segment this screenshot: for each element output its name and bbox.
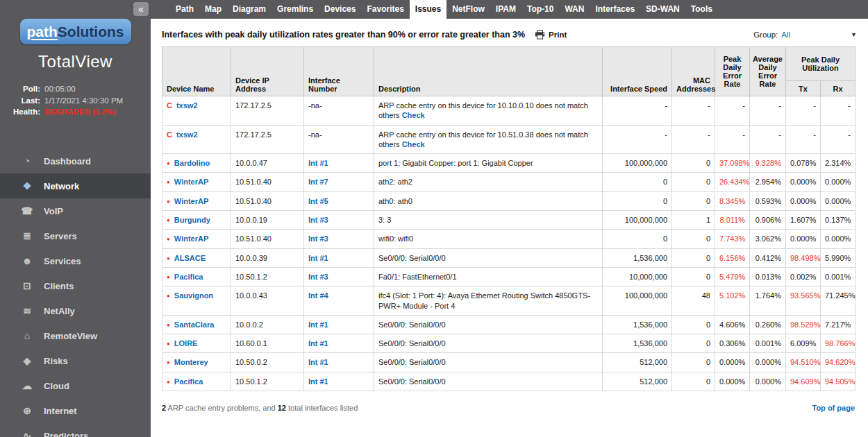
check-link[interactable]: Check <box>402 111 425 119</box>
interface-link[interactable]: Int #3 <box>308 273 328 281</box>
avg-error-cell: 0.013% <box>750 267 786 286</box>
interface-link[interactable]: Int #3 <box>308 234 328 243</box>
interface-link[interactable]: Int #1 <box>308 254 328 262</box>
avg-error-cell: 3.062% <box>750 230 786 248</box>
device-link[interactable]: LOIRE <box>174 339 198 348</box>
table-row: ●WinterAP10.51.0.40Int #5ath0: ath0008.3… <box>162 191 856 210</box>
table-row: ●WinterAP10.51.0.40Int #3wifi0: wifi0007… <box>162 230 856 248</box>
tab-top-10[interactable]: Top-10 <box>521 0 559 19</box>
interface-link[interactable]: Int #1 <box>308 159 328 167</box>
tab-ipam[interactable]: IPAM <box>490 0 521 19</box>
collapse-sidebar-button[interactable]: « <box>133 2 149 16</box>
sidebar-item-cloud[interactable]: ☁Cloud <box>0 373 151 398</box>
sidebar-item-internet[interactable]: ⊕Internet <box>0 398 151 423</box>
interface-link[interactable]: Int #1 <box>308 377 328 386</box>
group-value-link[interactable]: All <box>781 31 790 39</box>
mac-cell: 0 <box>672 315 715 334</box>
sidebar: « pathSolutions TotalView Poll: 00:05:00… <box>0 0 151 437</box>
interface-cell: -na- <box>304 125 374 154</box>
top-of-page-link[interactable]: Top of page <box>812 404 855 412</box>
tab-wan[interactable]: WAN <box>559 0 590 19</box>
device-link[interactable]: SantaClara <box>174 320 214 329</box>
interface-link[interactable]: Int #1 <box>308 358 328 366</box>
tab-tools[interactable]: Tools <box>685 0 718 19</box>
speed-cell: 10,000,000 <box>603 267 672 286</box>
interface-cell: Int #3 <box>304 211 374 230</box>
interface-cell: Int #3 <box>304 267 374 286</box>
tx-cell: 0.000% <box>786 173 821 191</box>
device-link[interactable]: Pacifica <box>174 377 203 386</box>
peak-error-cell: 8.011% <box>715 211 750 230</box>
tab-favorites[interactable]: Favorites <box>361 0 409 19</box>
device-link[interactable]: Burgundy <box>174 216 210 224</box>
speed-cell: 100,000,000 <box>603 286 672 316</box>
table-row: ●Bardolino10.0.0.47Int #1port 1: Gigabit… <box>162 154 856 173</box>
tx-cell: - <box>786 96 821 126</box>
sidebar-item-remoteview[interactable]: ⌂RemoteView <box>0 323 151 348</box>
speed-cell: - <box>603 125 672 154</box>
interface-link[interactable]: Int #4 <box>308 291 328 300</box>
print-button[interactable]: Print <box>535 30 567 40</box>
interface-cell: Int #1 <box>304 154 374 173</box>
device-link[interactable]: WinterAP <box>174 178 208 186</box>
table-row: Ctxsw2172.17.2.5-na-ARP cache entry on t… <box>162 125 856 154</box>
rx-cell: 94.620% <box>821 353 856 372</box>
sidebar-item-dashboard[interactable]: ◔Dashboard <box>0 148 151 173</box>
tab-netflow[interactable]: NetFlow <box>446 0 490 19</box>
device-link[interactable]: txsw2 <box>176 101 198 110</box>
sidebar-item-label: Cloud <box>44 381 69 391</box>
sidebar-item-netally[interactable]: ≋NetAlly <box>0 298 151 323</box>
interface-link[interactable]: Int #1 <box>308 320 328 329</box>
tab-sd-wan[interactable]: SD-WAN <box>640 0 685 19</box>
device-link[interactable]: Bardolino <box>174 159 210 167</box>
interface-cell: Int #1 <box>304 372 374 391</box>
device-link[interactable]: WinterAP <box>174 234 208 243</box>
tab-path[interactable]: Path <box>170 0 199 19</box>
device-cell: ●ALSACE <box>162 248 231 267</box>
interface-link[interactable]: Int #1 <box>308 339 328 348</box>
device-link[interactable]: WinterAP <box>174 197 208 205</box>
interface-link[interactable]: Int #5 <box>308 197 328 205</box>
device-link[interactable]: Sauvignon <box>174 291 213 300</box>
sidebar-item-network[interactable]: ❖Network <box>0 173 151 198</box>
sidebar-item-servers[interactable]: ≣Servers <box>0 223 151 248</box>
speed-cell: 0 <box>603 191 672 210</box>
interface-link[interactable]: Int #7 <box>308 178 328 186</box>
tab-map[interactable]: Map <box>199 0 227 19</box>
sidebar-item-voip[interactable]: ☎VoIP <box>0 198 151 223</box>
tab-devices[interactable]: Devices <box>319 0 361 19</box>
interface-link[interactable]: Int #3 <box>308 216 328 224</box>
description-cell: Se0/0/0: Serial0/0/0 <box>374 248 603 267</box>
description-cell: Se0/0/0: Serial0/0/0 <box>374 353 603 372</box>
sidebar-item-clients[interactable]: ⊡Clients <box>0 273 151 298</box>
ip-cell: 10.50.0.2 <box>231 353 304 372</box>
chevron-down-icon[interactable]: ▼ <box>851 31 857 38</box>
ip-cell: 10.50.1.2 <box>231 372 304 391</box>
interface-cell: Int #5 <box>304 191 374 210</box>
mac-cell: 0 <box>672 230 715 248</box>
device-link[interactable]: ALSACE <box>174 254 206 262</box>
content-area: Interfaces with peak daily utilization r… <box>151 19 868 437</box>
device-link[interactable]: txsw2 <box>176 130 198 139</box>
table-row: ●ALSACE10.0.0.39Int #1Se0/0/0: Serial0/0… <box>162 248 856 267</box>
sidebar-item-predictors[interactable]: ∿Predictors <box>0 423 151 437</box>
sidebar-menu: ◔Dashboard❖Network☎VoIP≣Servers☻Services… <box>0 148 151 437</box>
tab-issues[interactable]: Issues <box>410 0 446 19</box>
sidebar-item-label: VoIP <box>44 206 63 216</box>
device-cell: ●Sauvignon <box>162 286 231 316</box>
tab-diagram[interactable]: Diagram <box>227 0 272 19</box>
tab-gremlins[interactable]: Gremlins <box>272 0 319 19</box>
sidebar-item-services[interactable]: ☻Services <box>0 248 151 273</box>
device-link[interactable]: Monterey <box>174 358 208 366</box>
check-link[interactable]: Check <box>402 140 425 148</box>
col-header-peak-daily-utilization: Peak Daily Utilization <box>786 47 856 81</box>
rx-cell: 98.766% <box>821 334 856 353</box>
pathsolutions-logo[interactable]: pathSolutions <box>20 19 131 44</box>
sidebar-item-risks[interactable]: ◈Risks <box>0 348 151 373</box>
speed-cell: 1,536,000 <box>603 248 672 267</box>
ip-cell: 10.0.0.2 <box>231 315 304 334</box>
sidebar-item-label: RemoteView <box>44 331 97 341</box>
avg-error-cell: 1.764% <box>750 286 786 316</box>
tab-interfaces[interactable]: Interfaces <box>590 0 640 19</box>
device-link[interactable]: Pacifica <box>174 273 203 281</box>
